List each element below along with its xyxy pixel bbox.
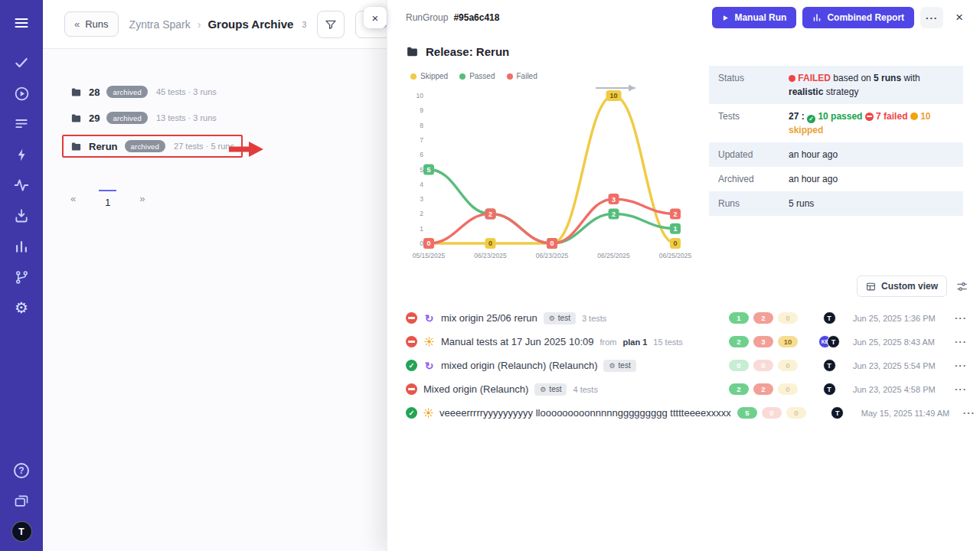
run-menu-button[interactable]: ··· <box>951 383 971 395</box>
svg-text:0: 0 <box>673 240 677 247</box>
run-row[interactable]: ✓ ↻ mixed origin (Relaunch) (Relaunch) ⚙… <box>406 354 971 377</box>
pulse-activity-icon[interactable] <box>0 171 43 199</box>
manual-run-button[interactable]: Manual Run <box>712 7 796 28</box>
annotation-arrow <box>229 141 264 158</box>
result-pills: 2 3 10 <box>729 336 805 347</box>
detail-row-status: Status FAILED based on 5 runs with reali… <box>709 66 963 104</box>
plan-link[interactable]: plan 1 <box>622 337 647 347</box>
run-list: ↻ mix origin 25/06 rerun ⚙test 3 tests 1… <box>387 302 980 425</box>
run-tag: ⚙test <box>603 360 635 372</box>
run-date: Jun 25, 2025 1:36 PM <box>853 314 951 323</box>
group-row-29[interactable]: 29 archived 13 tests · 3 runs <box>70 109 217 127</box>
spark-lightning-icon[interactable] <box>0 141 43 168</box>
run-menu-button[interactable]: ··· <box>951 336 971 347</box>
run-tag: ⚙test <box>534 383 567 396</box>
relaunch-icon: ↻ <box>423 313 435 324</box>
panel-header: RunGroup #95a6c418 Manual Run Combined R… <box>387 0 980 35</box>
run-title[interactable]: Mixed origin (Relaunch) <box>423 383 528 395</box>
settings-gear-icon[interactable]: ⚙ <box>0 294 43 321</box>
svg-text:2: 2 <box>488 210 492 218</box>
failed-pill: 2 <box>753 383 773 395</box>
svg-text:06/23/2025: 06/23/2025 <box>536 252 569 259</box>
run-title[interactable]: Manual tests at 17 Jun 2025 10:09 <box>441 336 593 347</box>
passed-check-icon: ✓ <box>807 115 815 123</box>
run-row[interactable]: Manual tests at 17 Jun 2025 10:09 from p… <box>406 330 971 354</box>
menu-icon[interactable] <box>0 9 43 37</box>
filter-button[interactable] <box>317 11 345 38</box>
back-to-runs-button[interactable]: « Runs <box>64 11 119 37</box>
group-row-rerun-highlighted[interactable]: Rerun archived 27 tests · 5 runs <box>62 135 243 158</box>
skipped-dot-icon <box>910 112 918 120</box>
run-title[interactable]: mix origin 25/06 rerun <box>441 312 537 324</box>
run-row[interactable]: ✓ veeeerrrrryyyyyyyyyy llooooooooonnnnng… <box>406 401 971 425</box>
reports-bar-chart-icon[interactable] <box>0 233 43 260</box>
panel-more-button[interactable]: ··· <box>920 7 943 28</box>
run-menu-button[interactable]: ··· <box>951 360 971 371</box>
folder-icon <box>406 45 419 58</box>
runs-play-icon[interactable] <box>0 80 43 107</box>
runs-trend-chart: SkippedPassedFailed 01234567891005/15/20… <box>406 64 695 266</box>
svg-text:06/25/2025: 06/25/2025 <box>597 252 630 259</box>
breadcrumb: Zyntra Spark › Groups Archive 3 <box>129 18 307 31</box>
svg-text:06/25/2025: 06/25/2025 <box>659 252 692 259</box>
folder-icon <box>70 112 82 124</box>
svg-text:3: 3 <box>420 195 423 203</box>
legend-skipped: Skipped <box>410 72 448 80</box>
detail-row-archived: Archived an hour ago <box>709 167 963 191</box>
result-pills: 1 2 0 <box>729 312 805 324</box>
run-row[interactable]: ↻ mix origin 25/06 rerun ⚙test 3 tests 1… <box>406 306 971 330</box>
tasks-check-icon[interactable] <box>0 49 43 77</box>
svg-text:2: 2 <box>420 210 423 217</box>
search-close-button[interactable]: × <box>364 7 387 28</box>
branches-icon[interactable] <box>0 263 43 291</box>
group-row-28[interactable]: 28 archived 45 tests · 3 runs <box>70 83 217 101</box>
page-title: Groups Archive <box>207 18 293 31</box>
skipped-pill: 0 <box>778 360 798 371</box>
pagination-prev[interactable]: « <box>66 187 80 210</box>
svg-text:1: 1 <box>673 225 677 233</box>
passed-pill: 2 <box>729 383 749 395</box>
view-settings-sliders-icon[interactable] <box>956 281 968 292</box>
run-menu-button[interactable]: ··· <box>951 312 971 324</box>
import-icon[interactable] <box>0 202 43 230</box>
test-plans-list-icon[interactable] <box>0 110 43 138</box>
user-avatar[interactable]: T <box>11 521 32 542</box>
avatar: T <box>823 359 836 372</box>
skipped-pill: 0 <box>786 407 806 419</box>
svg-text:06/23/2025: 06/23/2025 <box>474 252 507 259</box>
avatar: T <box>823 383 836 396</box>
sidebar-nav: ⚙ <box>0 49 43 321</box>
run-title[interactable]: veeeerrrrryyyyyyyyyy llooooooooonnnnnggg… <box>439 407 731 419</box>
svg-text:10: 10 <box>416 92 424 99</box>
failed-status-icon <box>406 312 417 324</box>
manual-run-icon <box>423 337 435 347</box>
pagination-page-1[interactable]: 1 <box>99 190 116 208</box>
svg-text:0: 0 <box>488 240 492 247</box>
help-icon[interactable]: ? <box>0 457 43 484</box>
rungroup-type: RunGroup <box>406 12 448 23</box>
avatar: T <box>823 311 836 324</box>
run-row[interactable]: Mixed origin (Relaunch) ⚙test 4 tests 2 … <box>406 377 971 401</box>
chart-canvas: 01234567891005/15/202506/23/202506/23/20… <box>406 82 695 263</box>
archived-badge: archived <box>106 86 148 98</box>
archived-badge: archived <box>125 140 166 152</box>
relaunch-icon: ↻ <box>423 360 435 371</box>
run-title[interactable]: mixed origin (Relaunch) (Relaunch) <box>441 360 597 371</box>
custom-view-button[interactable]: Custom view <box>857 276 947 297</box>
projects-folder-icon[interactable] <box>0 487 43 515</box>
panel-close-icon[interactable]: × <box>949 8 969 27</box>
passed-pill: 5 <box>737 407 757 419</box>
pagination-next[interactable]: » <box>135 187 149 210</box>
rungroup-id: #95a6c418 <box>453 12 499 23</box>
combined-report-button[interactable]: Combined Report <box>802 7 914 28</box>
skipped-pill: 0 <box>778 383 798 395</box>
breadcrumb-project[interactable]: Zyntra Spark <box>129 18 191 31</box>
sidebar-bottom: ? T <box>0 457 43 551</box>
failed-status-icon <box>406 336 417 347</box>
svg-text:1: 1 <box>420 225 423 233</box>
svg-text:5: 5 <box>420 166 423 174</box>
run-menu-button[interactable]: ··· <box>959 407 979 419</box>
result-pills: 0 0 0 <box>729 360 805 371</box>
passed-pill: 1 <box>729 312 749 324</box>
sidebar: ⚙ ? T <box>0 0 43 551</box>
